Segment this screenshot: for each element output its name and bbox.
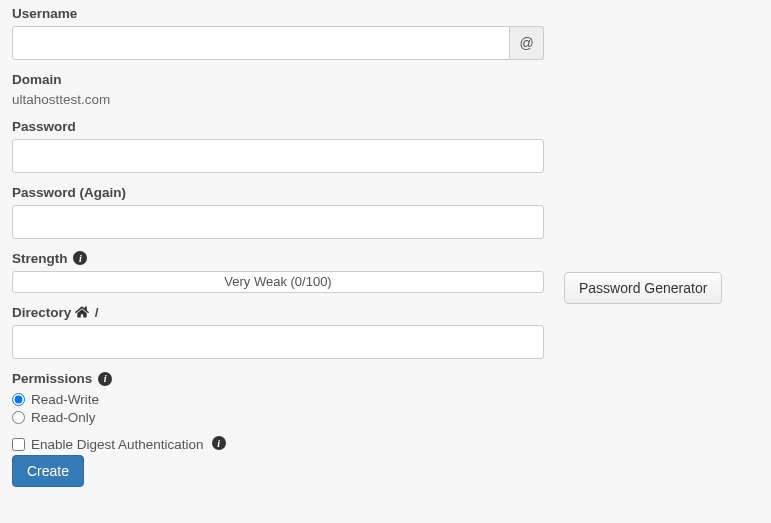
at-addon: @ bbox=[510, 26, 544, 60]
read-write-radio[interactable] bbox=[12, 393, 25, 406]
username-input[interactable] bbox=[12, 26, 510, 60]
domain-value: ultahosttest.com bbox=[12, 92, 544, 107]
digest-checkbox[interactable] bbox=[12, 438, 25, 451]
password-again-group: Password (Again) bbox=[12, 185, 544, 239]
info-icon[interactable]: i bbox=[212, 436, 226, 450]
read-only-radio[interactable] bbox=[12, 411, 25, 424]
password-input[interactable] bbox=[12, 139, 544, 173]
directory-group: Directory / bbox=[12, 305, 544, 359]
strength-meter: Very Weak (0/100) bbox=[12, 271, 544, 293]
digest-group: Enable Digest Authentication i bbox=[12, 437, 544, 452]
read-write-label: Read-Write bbox=[31, 392, 99, 407]
info-icon[interactable]: i bbox=[73, 251, 87, 265]
directory-separator: / bbox=[95, 305, 99, 320]
username-label: Username bbox=[12, 6, 544, 21]
password-group: Password bbox=[12, 119, 544, 173]
info-icon[interactable]: i bbox=[98, 372, 112, 386]
username-group: Username @ bbox=[12, 6, 544, 60]
password-label: Password bbox=[12, 119, 544, 134]
directory-label: Directory / bbox=[12, 305, 544, 320]
create-button[interactable]: Create bbox=[12, 455, 84, 487]
strength-label: Strength i bbox=[12, 251, 544, 266]
digest-label: Enable Digest Authentication bbox=[31, 437, 204, 452]
password-again-label: Password (Again) bbox=[12, 185, 544, 200]
domain-group: Domain ultahosttest.com bbox=[12, 72, 544, 107]
permissions-group: Permissions i Read-Write Read-Only bbox=[12, 371, 544, 424]
password-again-input[interactable] bbox=[12, 205, 544, 239]
domain-label: Domain bbox=[12, 72, 544, 87]
permissions-label: Permissions i bbox=[12, 371, 544, 386]
strength-group: Strength i Very Weak (0/100) bbox=[12, 251, 544, 293]
home-icon bbox=[75, 305, 93, 320]
read-only-label: Read-Only bbox=[31, 410, 96, 425]
password-generator-button[interactable]: Password Generator bbox=[564, 272, 722, 304]
directory-input[interactable] bbox=[12, 325, 544, 359]
